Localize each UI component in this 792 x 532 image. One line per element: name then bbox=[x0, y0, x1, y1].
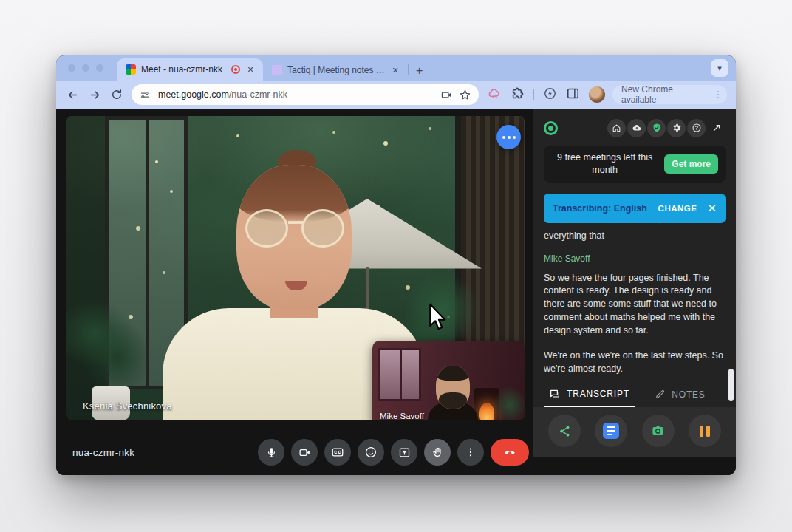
close-tab-icon[interactable]: ✕ bbox=[245, 65, 256, 75]
glasses-bridge bbox=[288, 221, 303, 224]
camera-permission-icon[interactable] bbox=[440, 89, 453, 101]
profile-avatar[interactable] bbox=[589, 86, 605, 103]
transcribing-banner: Transcribing: English CHANGE ✕ bbox=[544, 194, 726, 223]
transcript-text: So we have the four pages finished. The … bbox=[544, 272, 726, 338]
tab-notes-label: NOTES bbox=[672, 389, 705, 400]
captions-button[interactable] bbox=[324, 439, 351, 466]
tab-meet[interactable]: Meet - nua-czmr-nkk ✕ bbox=[117, 58, 263, 81]
sidebar-tabs: TRANSCRIPT NOTES bbox=[544, 381, 726, 407]
close-window-button[interactable] bbox=[68, 64, 75, 72]
sidebar-action-bar bbox=[533, 407, 736, 457]
bookmark-star-icon[interactable] bbox=[459, 89, 471, 101]
transcript-text: We're on the we're on the last few steps… bbox=[544, 349, 726, 376]
tab-title: Meet - nua-czmr-nkk bbox=[141, 64, 226, 75]
tab-tactiq[interactable]: Tactiq | Meeting notes powe ✕ bbox=[263, 60, 408, 81]
raise-hand-button[interactable] bbox=[424, 439, 451, 466]
pip-video-tile[interactable]: Mike Savoff bbox=[372, 341, 525, 420]
shield-check-button[interactable] bbox=[647, 119, 666, 137]
pink-extension-icon[interactable] bbox=[488, 86, 502, 103]
pause-icon bbox=[700, 426, 710, 437]
participant-mike bbox=[426, 355, 479, 420]
change-language-button[interactable]: CHANGE bbox=[658, 204, 697, 213]
extensions-puzzle-icon[interactable] bbox=[511, 86, 525, 103]
tab-transcript[interactable]: TRANSCRIPT bbox=[544, 381, 635, 407]
glasses bbox=[241, 209, 349, 249]
tab-transcript-label: TRANSCRIPT bbox=[567, 389, 629, 399]
cloud-upload-button[interactable] bbox=[627, 119, 646, 137]
site-info-icon[interactable] bbox=[137, 87, 152, 102]
chat-bubble-button[interactable] bbox=[496, 125, 521, 149]
pip-participant-name: Mike Savoff bbox=[380, 412, 424, 420]
toolbar-divider bbox=[533, 89, 534, 100]
transcript-speaker: Mike Savoff bbox=[544, 253, 726, 265]
tactiq-favicon bbox=[272, 65, 282, 75]
screenshot-button[interactable] bbox=[642, 415, 675, 447]
settings-gear-button[interactable] bbox=[667, 119, 686, 137]
transcribing-label: Transcribing: English bbox=[553, 203, 652, 214]
chrome-menu-icon[interactable]: ⋮ bbox=[714, 90, 723, 99]
tab-notes[interactable]: NOTES bbox=[635, 381, 726, 407]
pip-hair bbox=[436, 366, 470, 381]
close-tab-icon[interactable]: ✕ bbox=[390, 66, 400, 75]
back-button[interactable] bbox=[65, 87, 80, 102]
help-button[interactable] bbox=[687, 119, 706, 137]
camera-button[interactable] bbox=[291, 439, 318, 466]
main-video-tile: Ksenia Svechnikova Mike Savoff bbox=[66, 116, 525, 420]
get-more-button[interactable]: Get more bbox=[664, 154, 718, 174]
home-button[interactable] bbox=[607, 119, 626, 137]
sidebar-header bbox=[544, 117, 726, 138]
url-host: meet.google.com bbox=[158, 89, 229, 100]
google-docs-button[interactable] bbox=[595, 415, 627, 447]
pip-window bbox=[378, 348, 421, 401]
meet-favicon bbox=[126, 64, 136, 75]
chrome-update-label: New Chrome available bbox=[621, 84, 709, 105]
collapse-panel-button[interactable] bbox=[707, 119, 726, 137]
meet-stage: Ksenia Svechnikova Mike Savoff bbox=[56, 109, 533, 475]
side-panel-icon[interactable] bbox=[566, 86, 580, 103]
zoom-window-button[interactable] bbox=[96, 64, 103, 72]
extension-icons bbox=[488, 86, 605, 103]
end-call-button[interactable] bbox=[491, 439, 529, 466]
pip-beard bbox=[439, 392, 467, 409]
recording-indicator-icon bbox=[231, 65, 240, 74]
transcript-panel: everything that Mike Savoff So we have t… bbox=[544, 230, 726, 381]
browser-toolbar: meet.google.com/nua-czmr-nkk bbox=[56, 81, 736, 109]
mouse-cursor bbox=[426, 302, 451, 335]
pip-face bbox=[436, 366, 470, 409]
tab-strip: Meet - nua-czmr-nkk ✕ Tactiq | Meeting n… bbox=[56, 55, 736, 81]
browser-content: Ksenia Svechnikova Mike Savoff bbox=[56, 109, 736, 475]
plant-left bbox=[66, 295, 148, 391]
meeting-code: nua-czmr-nkk bbox=[72, 447, 134, 458]
chrome-update-button[interactable]: New Chrome available ⋮ bbox=[612, 85, 727, 104]
new-tab-button[interactable]: + bbox=[409, 64, 430, 81]
glasses-lens bbox=[301, 209, 344, 248]
pip-plant bbox=[489, 381, 525, 420]
forward-button[interactable] bbox=[87, 87, 102, 102]
transcript-text: everything that bbox=[544, 230, 726, 243]
present-button[interactable] bbox=[391, 439, 417, 466]
free-meetings-text: 9 free meetings left this month bbox=[551, 151, 658, 177]
glasses-lens bbox=[245, 209, 288, 248]
tab-title: Tactiq | Meeting notes powe bbox=[287, 65, 385, 75]
transcript-scrollbar[interactable] bbox=[728, 369, 734, 401]
tactiq-sidebar: 9 free meetings left this month Get more… bbox=[533, 109, 736, 457]
reload-button[interactable] bbox=[109, 87, 124, 102]
window-controls[interactable] bbox=[68, 64, 103, 72]
more-options-button[interactable] bbox=[457, 439, 484, 466]
tactiq-logo-icon bbox=[544, 121, 558, 135]
sidebar-header-icons bbox=[607, 119, 726, 137]
free-meetings-banner: 9 free meetings left this month Get more bbox=[544, 146, 726, 183]
pause-recording-button[interactable] bbox=[689, 415, 721, 447]
browser-window: Meet - nua-czmr-nkk ✕ Tactiq | Meeting n… bbox=[56, 55, 736, 475]
url-path: /nua-czmr-nkk bbox=[229, 89, 287, 100]
microphone-button[interactable] bbox=[258, 439, 284, 466]
minimize-window-button[interactable] bbox=[82, 64, 89, 72]
meet-control-bar: nua-czmr-nkk bbox=[56, 429, 533, 475]
tab-search-chevron-icon[interactable]: ▾ bbox=[711, 59, 728, 77]
close-banner-icon[interactable]: ✕ bbox=[707, 202, 717, 215]
energy-extension-icon[interactable] bbox=[543, 86, 557, 103]
share-button[interactable] bbox=[548, 415, 581, 447]
address-bar[interactable]: meet.google.com/nua-czmr-nkk bbox=[132, 84, 479, 105]
docs-icon bbox=[603, 423, 619, 439]
reactions-button[interactable] bbox=[358, 439, 384, 466]
